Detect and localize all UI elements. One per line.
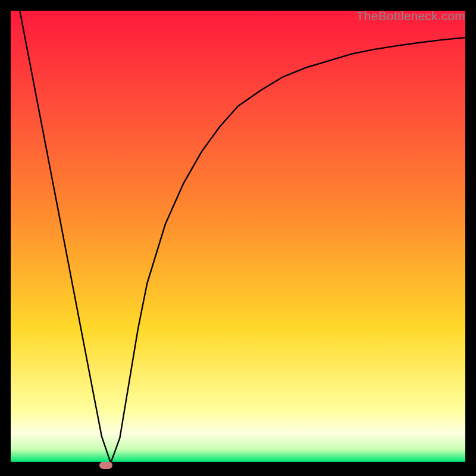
optimal-point-marker [99, 462, 112, 469]
chart-frame: TheBottleneck.com [11, 11, 465, 465]
watermark-text: TheBottleneck.com [356, 9, 465, 23]
bottleneck-curve-line [20, 11, 465, 463]
chart-plot-area [11, 11, 465, 465]
